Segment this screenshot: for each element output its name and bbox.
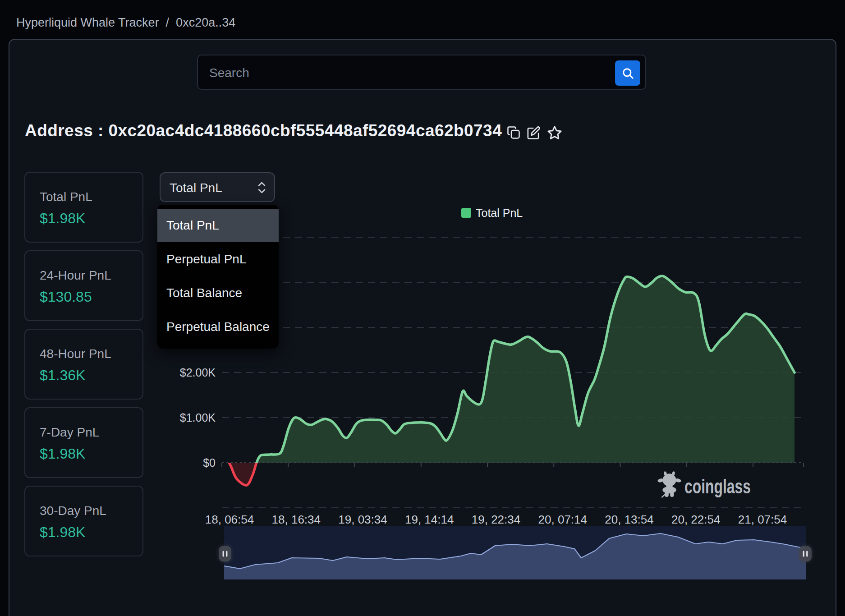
- svg-text:20, 22:54: 20, 22:54: [671, 513, 720, 526]
- svg-text:18, 06:54: 18, 06:54: [205, 513, 254, 526]
- svg-text:20, 07:14: 20, 07:14: [538, 513, 587, 526]
- svg-text:$2.00K: $2.00K: [180, 366, 216, 379]
- svg-text:Total PnL: Total PnL: [476, 207, 523, 219]
- svg-text:20, 13:54: 20, 13:54: [605, 513, 653, 526]
- svg-text:19, 22:34: 19, 22:34: [472, 513, 520, 526]
- svg-text:19, 03:34: 19, 03:34: [338, 513, 387, 526]
- svg-text:21, 07:54: 21, 07:54: [738, 513, 787, 526]
- svg-text:coinglass: coinglass: [684, 475, 751, 498]
- svg-text:19, 14:14: 19, 14:14: [405, 513, 454, 526]
- svg-text:$1.00K: $1.00K: [180, 411, 216, 424]
- svg-text:$0: $0: [203, 456, 216, 469]
- svg-text:18, 16:34: 18, 16:34: [272, 513, 321, 526]
